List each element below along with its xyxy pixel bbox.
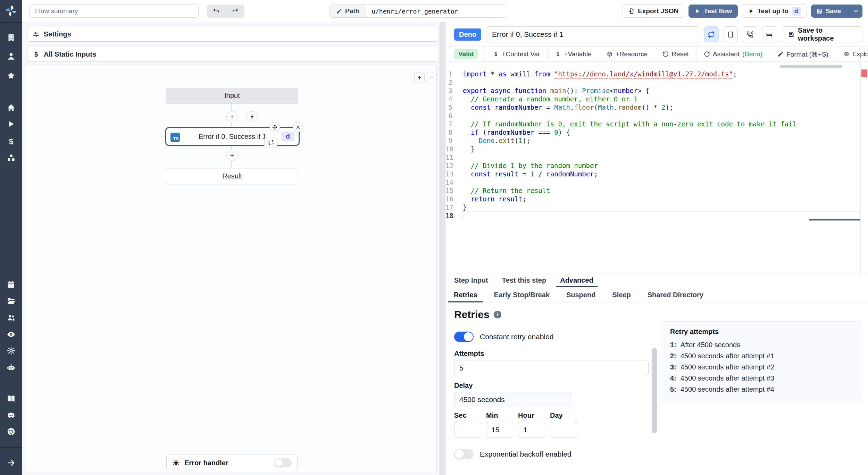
move-step-button[interactable] (269, 122, 280, 132)
reset-button[interactable]: Reset (655, 50, 696, 58)
code-line[interactable]: import * as wmill from "https://deno.lan… (463, 70, 860, 78)
test-up-to-button[interactable]: Test up to d (742, 5, 807, 18)
code-line[interactable]: } (463, 145, 860, 153)
code-line[interactable]: // If randomNumber is 0, exit the script… (463, 120, 860, 128)
test-flow-button[interactable]: Test flow (688, 5, 738, 18)
code-line[interactable]: // Generate a random number, either 0 or… (463, 95, 860, 103)
undo-button[interactable] (207, 5, 226, 18)
editor-code[interactable]: import * as wmill from "https://deno.lan… (463, 70, 860, 220)
subtab-shared-directory[interactable]: Shared Directory (639, 288, 712, 302)
error-handler-toggle[interactable] (274, 458, 292, 467)
discord-icon[interactable] (0, 410, 22, 420)
code-line[interactable] (463, 178, 860, 186)
code-line[interactable]: return result; (463, 195, 860, 203)
code-line[interactable]: // Return the result (463, 186, 860, 195)
flow-settings-button[interactable]: Settings (27, 27, 438, 42)
folders-icon[interactable] (0, 296, 22, 306)
export-json-button[interactable]: Export JSON (623, 5, 684, 18)
subtab-suspend[interactable]: Suspend (558, 288, 604, 302)
code-line[interactable] (463, 111, 860, 120)
vertical-scrollbar[interactable] (652, 348, 657, 433)
save-button[interactable]: Save (811, 5, 846, 17)
audit-eye-icon[interactable] (0, 330, 22, 339)
assistant-button[interactable]: Assistant (Deno) (696, 50, 770, 58)
save-dropdown-button[interactable] (849, 5, 862, 17)
subtab-early-stop[interactable]: Early Stop/Break (486, 288, 558, 302)
github-icon[interactable] (0, 427, 22, 436)
workspace-building-icon[interactable] (0, 33, 22, 42)
early-stop-button[interactable] (724, 26, 738, 42)
add-trigger-button[interactable] (247, 111, 258, 122)
path-field[interactable]: Path u/henri/error_generator (329, 5, 507, 18)
add-resource-button[interactable]: +Resource (599, 50, 655, 58)
day-input[interactable] (550, 422, 577, 438)
collapse-arrow-right-icon[interactable] (0, 458, 22, 468)
zoom-in-button[interactable]: + (414, 73, 425, 83)
subtab-retries[interactable]: Retries (445, 288, 486, 302)
square-icon (727, 31, 734, 38)
constant-retry-toggle[interactable] (454, 332, 474, 342)
docs-book-icon[interactable] (0, 394, 22, 403)
sec-input[interactable] (454, 422, 481, 438)
code-line[interactable] (463, 78, 860, 86)
subtab-sleep[interactable]: Sleep (604, 288, 639, 302)
favorites-star-icon[interactable] (0, 71, 22, 81)
variables-dollar-icon[interactable]: $ (0, 136, 22, 146)
windmill-logo-icon[interactable] (0, 4, 22, 17)
flow-summary-input[interactable] (29, 5, 199, 18)
tab-advanced[interactable]: Advanced (553, 274, 600, 287)
flow-canvas[interactable]: + − Input TS Error if 0, Success if 1 d (25, 65, 437, 473)
code-line[interactable]: export async function main(): Promise<nu… (463, 86, 860, 95)
explore-scripts-button[interactable]: Explore other s (836, 50, 868, 58)
delete-step-button[interactable] (293, 122, 303, 132)
sleep-button[interactable] (762, 26, 777, 42)
add-context-var-button[interactable]: $ +Context Var (485, 50, 547, 58)
code-line[interactable] (463, 211, 860, 220)
tab-step-input[interactable]: Step Input (447, 274, 495, 287)
redo-button[interactable] (226, 5, 244, 18)
home-icon[interactable] (0, 103, 22, 112)
resources-boxes-icon[interactable] (0, 153, 22, 163)
hour-input[interactable] (518, 422, 545, 438)
user-icon[interactable] (0, 51, 22, 61)
retry-indicator-button[interactable] (264, 137, 277, 148)
add-step-button[interactable] (226, 150, 237, 161)
error-handler-node[interactable]: Error handler (166, 455, 298, 471)
min-input[interactable] (486, 422, 513, 438)
hour-label: Hour (518, 411, 545, 419)
editor-gutter: 123456789101112131415161718 (445, 70, 459, 220)
code-line[interactable]: Deno.exit(1); (463, 136, 860, 145)
add-variable-button[interactable]: $ +Variable (548, 50, 599, 58)
zoom-out-button[interactable]: − (426, 73, 436, 83)
settings-gear-icon[interactable] (0, 346, 22, 356)
groups-users-icon[interactable] (0, 313, 22, 323)
tab-test-this-step[interactable]: Test this step (495, 274, 553, 287)
exponential-backoff-toggle[interactable] (454, 449, 474, 459)
code-line[interactable]: if (randomNumber === 0) { (463, 128, 860, 136)
code-line[interactable] (463, 153, 860, 161)
input-node[interactable]: Input (166, 88, 298, 103)
workers-robot-icon[interactable] (0, 362, 22, 372)
code-line[interactable]: const result = 1 / randomNumber; (463, 170, 860, 178)
runs-play-icon[interactable] (0, 119, 22, 129)
add-step-button[interactable] (226, 111, 237, 122)
editor-sash-handle[interactable] (809, 219, 860, 220)
schedules-calendar-icon[interactable] (0, 280, 22, 290)
code-line[interactable]: } (463, 203, 860, 211)
code-editor[interactable]: 123456789101112131415161718 import * as … (445, 62, 868, 274)
panel-resize-divider[interactable] (440, 22, 445, 475)
step-name-input[interactable] (486, 26, 699, 42)
step-node-selected[interactable]: TS Error if 0, Success if 1 d (165, 127, 300, 146)
code-line[interactable]: // Divide 1 by the random number (463, 161, 860, 170)
info-icon[interactable]: i (494, 311, 501, 318)
delay-input[interactable] (454, 392, 572, 407)
result-node[interactable]: Result (166, 168, 298, 184)
retries-toggle-button[interactable] (704, 26, 719, 42)
suspend-button[interactable] (743, 26, 757, 42)
format-button[interactable]: Format (⌘+S) (770, 50, 836, 58)
attempts-input[interactable] (454, 360, 649, 376)
all-static-inputs-button[interactable]: $ All Static Inputs (27, 47, 438, 62)
code-line[interactable]: const randomNumber = Math.floor(Math.ran… (463, 103, 860, 111)
editor-horizontal-scrollbar[interactable] (780, 65, 842, 68)
save-to-workspace-button[interactable]: Save to workspace (782, 26, 862, 42)
